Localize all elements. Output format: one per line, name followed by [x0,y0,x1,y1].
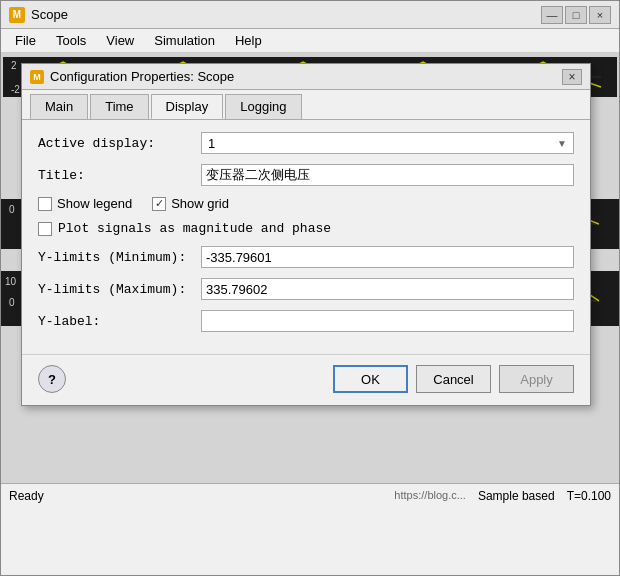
title-bar: M Scope — □ × [1,1,619,29]
url-text: https://blog.c... [394,489,466,503]
y-min-label: Y-limits (Minimum): [38,250,193,265]
checkbox-row: Show legend ✓ Show grid [38,196,574,211]
y-max-label: Y-limits (Maximum): [38,282,193,297]
y-label-row: Y-label: [38,310,574,332]
window-title: Scope [31,7,535,22]
dialog-buttons: ? OK Cancel Apply [22,354,590,405]
main-window: M Scope — □ × File Tools View Simulation… [0,0,620,576]
title-label: Title: [38,168,193,183]
show-legend-checkbox[interactable] [38,197,52,211]
menu-simulation[interactable]: Simulation [146,31,223,50]
active-display-label: Active display: [38,136,193,151]
cancel-button[interactable]: Cancel [416,365,491,393]
status-bar: Ready https://blog.c... Sample based T=0… [1,483,619,507]
svg-text:0: 0 [9,297,15,308]
time-text: T=0.100 [567,489,611,503]
scope-area: 2 -2 M Configuration Properties: Scope ×… [1,53,619,483]
show-grid-item: ✓ Show grid [152,196,229,211]
plot-signals-checkbox[interactable] [38,222,52,236]
svg-text:10: 10 [5,276,17,287]
tab-logging[interactable]: Logging [225,94,301,119]
title-input[interactable] [201,164,574,186]
y-label-label: Y-label: [38,314,193,329]
dialog-close-button[interactable]: × [562,69,582,85]
close-window-button[interactable]: × [589,6,611,24]
window-controls: — □ × [541,6,611,24]
y-min-input[interactable] [201,246,574,268]
plot-signals-row: Plot signals as magnitude and phase [38,221,574,236]
status-right: https://blog.c... Sample based T=0.100 [394,489,611,503]
tab-display[interactable]: Display [151,94,224,119]
tabs-row: Main Time Display Logging [22,90,590,120]
dialog-icon: M [30,70,44,84]
title-row: Title: [38,164,574,186]
show-grid-label: Show grid [171,196,229,211]
ok-button[interactable]: OK [333,365,408,393]
maximize-button[interactable]: □ [565,6,587,24]
show-legend-item: Show legend [38,196,132,211]
show-legend-label: Show legend [57,196,132,211]
tab-main[interactable]: Main [30,94,88,119]
tab-time[interactable]: Time [90,94,148,119]
dialog-title-bar: M Configuration Properties: Scope × [22,64,590,90]
y-max-input[interactable] [201,278,574,300]
app-icon: M [9,7,25,23]
dialog-body: Active display: 1 ▼ Title: Show legend [22,120,590,354]
svg-text:-2: -2 [11,84,20,95]
active-display-dropdown-icon: ▼ [557,138,567,149]
help-button[interactable]: ? [38,365,66,393]
menu-help[interactable]: Help [227,31,270,50]
status-text: Ready [9,489,394,503]
menu-file[interactable]: File [7,31,44,50]
dialog: M Configuration Properties: Scope × Main… [21,63,591,406]
active-display-row: Active display: 1 ▼ [38,132,574,154]
plot-signals-label: Plot signals as magnitude and phase [58,221,331,236]
active-display-select[interactable]: 1 ▼ [201,132,574,154]
dialog-title: Configuration Properties: Scope [50,69,556,84]
menu-bar: File Tools View Simulation Help [1,29,619,53]
y-max-row: Y-limits (Maximum): [38,278,574,300]
svg-text:0: 0 [9,204,15,215]
minimize-button[interactable]: — [541,6,563,24]
y-label-input[interactable] [201,310,574,332]
sample-based-text: Sample based [478,489,555,503]
active-display-value: 1 [208,136,215,151]
menu-tools[interactable]: Tools [48,31,94,50]
svg-text:2: 2 [11,60,17,71]
show-grid-checkbox[interactable]: ✓ [152,197,166,211]
y-min-row: Y-limits (Minimum): [38,246,574,268]
apply-button[interactable]: Apply [499,365,574,393]
menu-view[interactable]: View [98,31,142,50]
